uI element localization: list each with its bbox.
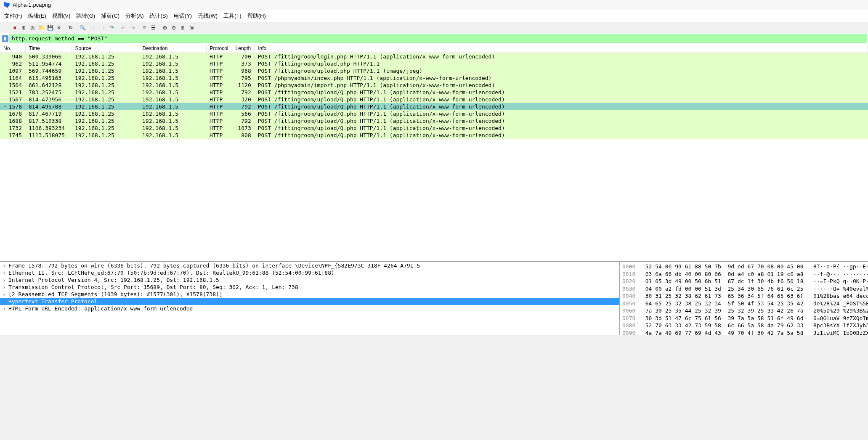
packet-row[interactable]: 1164615.495163192.168.1.25192.168.1.5HTT…: [0, 74, 868, 82]
menu-item[interactable]: 文件(F): [2, 11, 25, 21]
tree-item[interactable]: Transmission Control Protocol, Src Port:…: [0, 284, 619, 291]
packet-row[interactable]: 1097569.744659192.168.1.25192.168.1.5HTT…: [0, 67, 868, 74]
menu-item[interactable]: 工具(T): [221, 11, 244, 21]
tree-item[interactable]: Hypertext Transfer Protocol: [0, 298, 619, 305]
window-title: Alpha-1.pcapng: [13, 2, 51, 8]
column-header[interactable]: Time: [25, 44, 72, 53]
circlex-icon[interactable]: ⊗: [19, 24, 28, 32]
list2-icon[interactable]: ☰: [149, 24, 157, 32]
column-header[interactable]: Length: [232, 44, 255, 53]
back-b-icon[interactable]: ⇤: [119, 24, 128, 32]
fin-icon[interactable]: [2, 24, 10, 32]
filter-bar: ▮: [0, 33, 868, 44]
packet-row[interactable]: →1578814.495788192.168.1.25192.168.1.5HT…: [0, 103, 868, 110]
packet-bytes-pane[interactable]: 0000 52 54 00 99 61 88 50 7b 9d ed 67 70…: [620, 262, 868, 335]
folder-icon[interactable]: 📁: [37, 24, 45, 32]
square-icon[interactable]: ■: [11, 24, 19, 32]
packet-row[interactable]: 1688817.510338192.168.1.25192.168.1.5HTT…: [0, 117, 868, 125]
fwd-g-icon[interactable]: →: [99, 24, 107, 32]
menu-item[interactable]: 统计(S): [147, 11, 170, 21]
column-header[interactable]: Destination: [139, 44, 206, 53]
column-header[interactable]: No.: [0, 44, 25, 53]
tree-item[interactable]: Ethernet II, Src: LCFCHeFe_ed:67:70 (50:…: [0, 269, 619, 276]
target-icon[interactable]: ◎: [28, 24, 37, 32]
packet-list-header[interactable]: No.TimeSourceDestinationProtocolLengthIn…: [0, 44, 868, 53]
back-g-icon[interactable]: ←: [90, 24, 98, 32]
jump-up-icon[interactable]: ↷: [108, 24, 116, 32]
menu-item[interactable]: 编辑(E): [26, 11, 49, 21]
packet-row[interactable]: 1504661.642128192.168.1.25192.168.1.5HTT…: [0, 82, 868, 89]
close-icon[interactable]: ✕: [55, 24, 63, 32]
zoom-fit-icon[interactable]: ⊜: [178, 24, 187, 32]
zoom-out-icon[interactable]: ⊖: [170, 24, 178, 32]
packet-row[interactable]: 962511.954774192.168.1.25192.168.1.5HTTP…: [0, 60, 868, 67]
menu-item[interactable]: 帮助(H): [245, 11, 268, 21]
tree-item[interactable]: Internet Protocol Version 4, Src: 192.16…: [0, 276, 619, 284]
tree-item[interactable]: [2 Reassembled TCP Segments (1039 bytes)…: [0, 291, 619, 298]
menu-item[interactable]: 电话(Y): [171, 11, 194, 21]
packet-list-pane[interactable]: No.TimeSourceDestinationProtocolLengthIn…: [0, 44, 868, 261]
reload-icon[interactable]: ↻: [66, 24, 75, 32]
tree-item[interactable]: Frame 1578: 792 bytes on wire (6336 bits…: [0, 262, 619, 269]
title-bar: Alpha-1.pcapng: [0, 0, 868, 10]
menu-item[interactable]: 分析(A): [123, 11, 146, 21]
packet-row[interactable]: 17451113.518075192.168.1.25192.168.1.5HT…: [0, 132, 868, 139]
column-header[interactable]: Protocol: [206, 44, 232, 53]
app-icon: [4, 2, 10, 8]
display-filter-input[interactable]: [9, 34, 867, 43]
search-icon[interactable]: 🔍: [78, 24, 87, 32]
packet-row[interactable]: 1567814.471956192.168.1.25192.168.1.5HTT…: [0, 96, 868, 103]
menu-item[interactable]: 视图(V): [50, 11, 73, 21]
column-header[interactable]: Source: [72, 44, 139, 53]
packet-row[interactable]: 1678817.467719192.168.1.25192.168.1.5HTT…: [0, 110, 868, 117]
zoom-in-icon[interactable]: ⊕: [161, 24, 169, 32]
toolbar: ■⊗◎📁💾✕↻🔍←→↷⇤⇥≡☰⊕⊖⊜⇲: [0, 22, 868, 33]
menu-item[interactable]: 跳转(G): [74, 11, 98, 21]
menu-item[interactable]: 无线(W): [195, 11, 220, 21]
resize-icon[interactable]: ⇲: [187, 24, 196, 32]
save-icon[interactable]: 💾: [46, 24, 54, 32]
column-header[interactable]: Info: [255, 44, 868, 53]
packet-row[interactable]: 1521783.252475192.168.1.25192.168.1.5HTT…: [0, 89, 868, 96]
packet-details-pane[interactable]: Frame 1578: 792 bytes on wire (6336 bits…: [0, 262, 620, 335]
menu-bar: 文件(F)编辑(E)视图(V)跳转(G)捕获(C)分析(A)统计(S)电话(Y)…: [0, 10, 868, 22]
packet-row[interactable]: 17321106.393234192.168.1.25192.168.1.5HT…: [0, 125, 868, 132]
list1-icon[interactable]: ≡: [140, 24, 149, 32]
fwd-b-icon[interactable]: ⇥: [128, 24, 137, 32]
bookmark-icon[interactable]: ▮: [2, 35, 8, 42]
packet-row[interactable]: 940500.339066192.168.1.25192.168.1.5HTTP…: [0, 53, 868, 61]
menu-item[interactable]: 捕获(C): [98, 11, 122, 21]
tree-item[interactable]: HTML Form URL Encoded: application/x-www…: [0, 305, 619, 312]
